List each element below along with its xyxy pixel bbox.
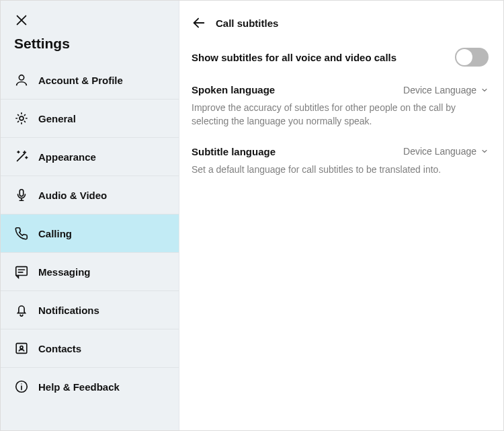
show-subtitles-toggle[interactable] bbox=[455, 48, 489, 67]
sidebar-item-label: Calling bbox=[38, 228, 72, 239]
microphone-icon bbox=[14, 188, 29, 202]
main-panel: Call subtitles Show subtitles for all vo… bbox=[179, 1, 503, 430]
contacts-icon bbox=[14, 341, 29, 356]
sidebar-item-contacts[interactable]: Contacts bbox=[1, 329, 179, 367]
sidebar-item-appearance[interactable]: Appearance bbox=[1, 137, 179, 175]
sidebar-item-audio-video[interactable]: Audio & Video bbox=[1, 175, 179, 214]
wand-icon bbox=[14, 149, 29, 164]
close-icon bbox=[14, 13, 29, 28]
svg-point-10 bbox=[21, 383, 22, 384]
sidebar-item-calling[interactable]: Calling bbox=[1, 214, 179, 252]
info-icon bbox=[14, 379, 29, 394]
close-button[interactable] bbox=[14, 13, 29, 28]
gear-icon bbox=[14, 111, 29, 126]
spoken-language-section: Spoken language Device Language Improve … bbox=[192, 84, 489, 128]
svg-rect-4 bbox=[19, 190, 24, 196]
sidebar-title: Settings bbox=[14, 36, 165, 56]
main-header: Call subtitles bbox=[192, 15, 489, 30]
sidebar-item-label: Appearance bbox=[38, 151, 96, 163]
sidebar-header: Settings bbox=[1, 1, 179, 61]
svg-point-3 bbox=[19, 116, 24, 120]
sidebar-item-account-profile[interactable]: Account & Profile bbox=[1, 61, 179, 99]
spoken-language-title: Spoken language bbox=[192, 84, 275, 95]
spoken-language-select[interactable]: Device Language bbox=[403, 85, 489, 95]
subtitle-language-title: Subtitle language bbox=[192, 146, 276, 157]
toggle-knob bbox=[456, 49, 472, 65]
subtitle-language-header: Subtitle language Device Language bbox=[192, 146, 489, 157]
settings-sidebar: Settings Account & Profile General bbox=[1, 1, 179, 430]
back-button[interactable] bbox=[192, 15, 206, 30]
subtitle-language-value: Device Language bbox=[403, 146, 476, 157]
person-icon bbox=[14, 73, 29, 87]
sidebar-item-messaging[interactable]: Messaging bbox=[1, 252, 179, 290]
sidebar-item-label: Account & Profile bbox=[38, 75, 123, 86]
page-title: Call subtitles bbox=[216, 17, 278, 29]
sidebar-item-help-feedback[interactable]: Help & Feedback bbox=[1, 367, 179, 405]
sidebar-item-label: Notifications bbox=[38, 305, 99, 316]
subtitle-language-section: Subtitle language Device Language Set a … bbox=[192, 146, 489, 176]
show-subtitles-label: Show subtitles for all voice and video c… bbox=[192, 52, 396, 63]
spoken-language-desc: Improve the accuracy of subtitles for ot… bbox=[192, 101, 489, 128]
spoken-language-header: Spoken language Device Language bbox=[192, 84, 489, 95]
sidebar-item-notifications[interactable]: Notifications bbox=[1, 290, 179, 329]
chevron-down-icon bbox=[480, 147, 489, 155]
sidebar-item-label: Help & Feedback bbox=[38, 381, 120, 393]
spoken-language-value: Device Language bbox=[403, 85, 476, 95]
sidebar-item-label: General bbox=[38, 113, 76, 124]
sidebar-item-label: Audio & Video bbox=[38, 190, 107, 201]
phone-icon bbox=[14, 226, 29, 241]
sidebar-item-label: Messaging bbox=[38, 266, 91, 278]
chevron-down-icon bbox=[480, 86, 489, 94]
sidebar-list: Account & Profile General Appearance bbox=[1, 61, 179, 405]
arrow-left-icon bbox=[192, 15, 206, 30]
svg-rect-5 bbox=[16, 267, 28, 276]
bell-icon bbox=[14, 303, 29, 317]
svg-point-7 bbox=[20, 346, 23, 349]
svg-point-2 bbox=[19, 75, 24, 80]
show-subtitles-row: Show subtitles for all voice and video c… bbox=[192, 48, 489, 67]
message-icon bbox=[14, 264, 29, 279]
sidebar-item-general[interactable]: General bbox=[1, 99, 179, 137]
subtitle-language-desc: Set a default language for call subtitle… bbox=[192, 163, 489, 176]
sidebar-item-label: Contacts bbox=[38, 343, 81, 354]
subtitle-language-select[interactable]: Device Language bbox=[403, 146, 489, 157]
